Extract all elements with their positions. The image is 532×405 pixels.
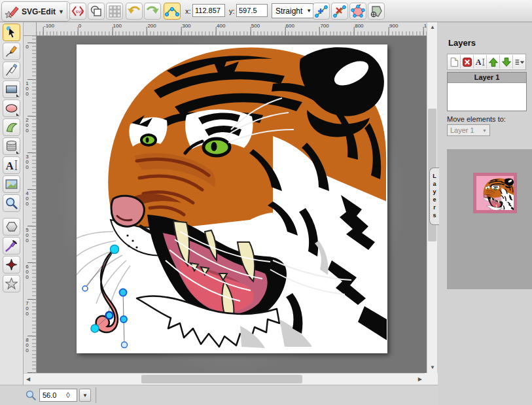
ruler-label: 200 [147, 23, 156, 29]
path-shape-icon [5, 120, 18, 134]
star-burst-tool[interactable] [3, 256, 20, 273]
path-node-selected[interactable] [111, 245, 119, 254]
path-node[interactable] [106, 312, 113, 319]
segment-type-select[interactable]: Straight ▼ [272, 3, 313, 18]
ruler-label: 200 [24, 117, 30, 133]
ellipse-tool[interactable] [3, 99, 20, 117]
scroll-down-icon[interactable]: ▼ [430, 365, 435, 370]
star-tool[interactable] [3, 275, 20, 292]
redo-button[interactable] [144, 3, 161, 20]
source-code-button[interactable]: svg [69, 3, 86, 20]
ruler-label: 600 [286, 23, 294, 29]
layer-more-options-button[interactable] [513, 55, 525, 69]
text-tool[interactable]: A [3, 156, 20, 174]
zoom-stepper-icon[interactable]: ◊ [66, 391, 70, 400]
pencil-icon [5, 44, 18, 58]
eyedropper-icon [5, 239, 18, 253]
ruler-label: 1000 [424, 23, 427, 29]
sidebar-preview-panel [447, 149, 532, 289]
path-edit-overlay [77, 44, 387, 353]
zoom-level-input[interactable] [40, 391, 66, 399]
ruler-label: 300 [24, 154, 30, 169]
x-coordinate-input[interactable] [192, 4, 225, 17]
ruler-label: 600 [24, 264, 30, 279]
workspace[interactable] [37, 36, 427, 373]
zoom-level-field: ◊ [39, 389, 77, 402]
rename-layer-button[interactable]: A [474, 55, 487, 69]
new-layer-button[interactable] [448, 55, 461, 69]
path-tool[interactable] [3, 118, 20, 136]
polygon-tool[interactable] [3, 218, 20, 236]
zoom-tool[interactable] [3, 194, 20, 212]
ruler-label: 400 [24, 190, 30, 206]
top-toolbar: SVG-Edit ▼ svg [0, 0, 532, 22]
select-cursor-icon [5, 26, 18, 39]
control-point-handle[interactable] [122, 342, 128, 348]
ruler-label: 500 [24, 227, 30, 243]
segment-type-value: Straight [275, 7, 302, 16]
path-node[interactable] [91, 325, 99, 332]
ruler-label: 500 [251, 23, 260, 29]
flyout-arrow-icon [16, 151, 19, 154]
select-tool[interactable] [3, 24, 20, 41]
pencil-tool[interactable] [3, 43, 20, 60]
move-elements-value: Layer 1 [450, 126, 474, 134]
layer-buttons-row: A [447, 54, 526, 70]
x-coordinate-label: x: [185, 7, 191, 15]
eyedropper-tool[interactable] [3, 237, 20, 255]
grid-button[interactable] [106, 3, 123, 20]
open-path-icon [351, 4, 365, 18]
zoom-preset-dropdown[interactable]: ▼ [79, 389, 91, 402]
ruler-label: 100 [24, 80, 30, 96]
open-path-button[interactable] [349, 3, 366, 20]
delete-node-button[interactable] [331, 3, 348, 20]
left-toolbar: A [0, 22, 24, 385]
new-layer-icon [449, 57, 459, 67]
tiger-thumbnail-artwork [476, 176, 514, 210]
ruler-label: 800 [24, 337, 30, 353]
ruler-label: 700 [24, 300, 30, 316]
layer-row-active[interactable]: Layer 1 [448, 73, 526, 83]
scroll-up-icon[interactable]: ▲ [430, 25, 435, 30]
wireframe-button[interactable] [88, 3, 105, 20]
line-tool[interactable] [3, 62, 20, 79]
flyout-arrow-icon [16, 94, 19, 97]
insert-node-button[interactable] [313, 3, 330, 20]
insert-node-icon [314, 4, 328, 18]
add-subpath-button[interactable] [368, 3, 385, 20]
layers-tab-label: Layers [431, 173, 438, 220]
ruler-label: 400 [217, 23, 225, 29]
ruler-label: 900 [389, 23, 398, 29]
main-menu-button[interactable]: SVG-Edit ▼ [1, 1, 70, 22]
zoom-magnifier-icon [25, 389, 37, 401]
text-icon: A [5, 158, 18, 172]
link-control-points-button[interactable] [164, 3, 181, 20]
control-point-handle[interactable] [82, 286, 88, 291]
path-node[interactable] [120, 316, 127, 323]
ruler-label: 0 [79, 23, 81, 29]
horizontal-scroll-thumb[interactable] [141, 375, 302, 383]
image-tool[interactable] [3, 175, 20, 193]
layers-panel-tab[interactable]: Layers [429, 167, 439, 225]
scroll-left-icon[interactable]: ◀ [26, 377, 30, 382]
svg-canvas[interactable] [77, 44, 387, 353]
delete-node-icon [332, 4, 347, 18]
shape-library-tool[interactable] [3, 137, 20, 155]
undo-button[interactable] [126, 3, 143, 20]
scrollbar-corner [425, 373, 438, 385]
scroll-right-icon[interactable]: ▶ [418, 377, 422, 382]
delete-layer-button[interactable] [461, 55, 474, 69]
y-coordinate-input[interactable] [236, 4, 268, 17]
move-layer-down-button[interactable] [500, 55, 513, 69]
path-node[interactable] [120, 289, 127, 296]
move-layer-up-button[interactable] [487, 55, 500, 69]
rename-layer-icon: A [475, 57, 486, 67]
rectangle-tool[interactable] [3, 80, 20, 98]
menu-icon [514, 57, 525, 67]
link-control-points-icon [165, 4, 179, 18]
horizontal-scrollbar[interactable]: ◀ ▶ [24, 373, 425, 385]
move-elements-select[interactable]: Layer 1 ▼ [447, 124, 490, 136]
edited-path[interactable] [96, 249, 118, 332]
magnifier-icon [5, 196, 18, 210]
line-pen-icon [5, 63, 18, 77]
